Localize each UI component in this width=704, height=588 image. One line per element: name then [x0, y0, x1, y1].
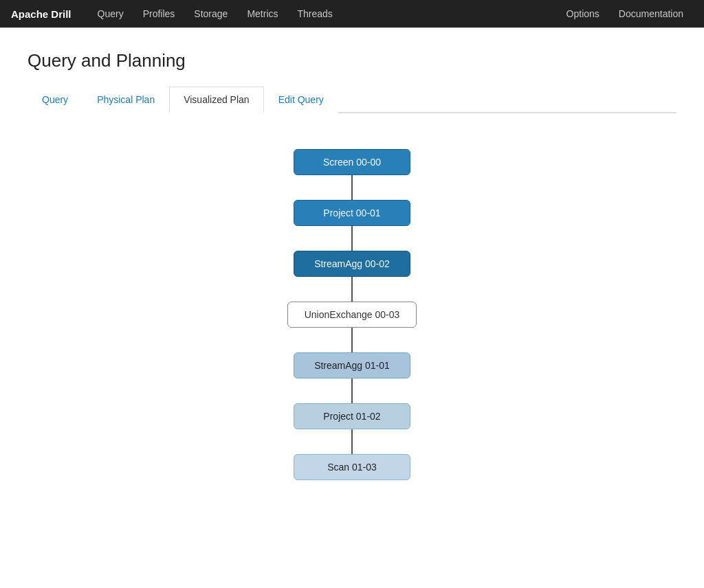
node-screen: Screen 00-00	[294, 149, 410, 175]
node-project-01: Project 01-02	[294, 403, 410, 429]
navbar: Apache Drill QueryProfilesStorageMetrics…	[0, 0, 704, 27]
connector-line	[351, 226, 353, 251]
node-unionexchange: UnionExchange 00-03	[287, 302, 417, 328]
tab-edit-query[interactable]: Edit Query	[264, 87, 338, 113]
nav-query[interactable]: Query	[88, 0, 133, 27]
nav-threads[interactable]: Threads	[288, 0, 342, 27]
tab-visualized-plan[interactable]: Visualized Plan	[169, 87, 263, 113]
tabs-container: QueryPhysical PlanVisualized PlanEdit Qu…	[28, 85, 676, 113]
connector-line	[351, 175, 353, 200]
nav-links: QueryProfilesStorageMetricsThreads	[88, 0, 557, 27]
flow-diagram: Screen 00-00Project 00-01StreamAgg 00-02…	[28, 135, 676, 494]
node-streamagg-01: StreamAgg 01-01	[294, 352, 410, 378]
nav-right: OptionsDocumentation	[557, 0, 693, 27]
page-content: Query and Planning QueryPhysical PlanVis…	[0, 28, 704, 521]
connector-line	[351, 429, 353, 454]
node-scan: Scan 01-03	[294, 454, 410, 480]
connector-line	[351, 328, 353, 352]
node-project-00: Project 00-01	[294, 200, 410, 226]
connector-line	[351, 277, 353, 302]
nav-storage[interactable]: Storage	[184, 0, 237, 27]
page-title: Query and Planning	[28, 50, 676, 71]
node-streamagg-00: StreamAgg 00-02	[294, 251, 410, 277]
nav-documentation[interactable]: Documentation	[609, 0, 693, 27]
tab-query[interactable]: Query	[28, 87, 82, 113]
nav-profiles[interactable]: Profiles	[133, 0, 185, 27]
tab-physical-plan[interactable]: Physical Plan	[82, 87, 169, 113]
connector-line	[351, 378, 353, 403]
brand-label: Apache Drill	[11, 8, 72, 20]
nav-metrics[interactable]: Metrics	[237, 0, 287, 27]
nav-options[interactable]: Options	[557, 0, 609, 27]
